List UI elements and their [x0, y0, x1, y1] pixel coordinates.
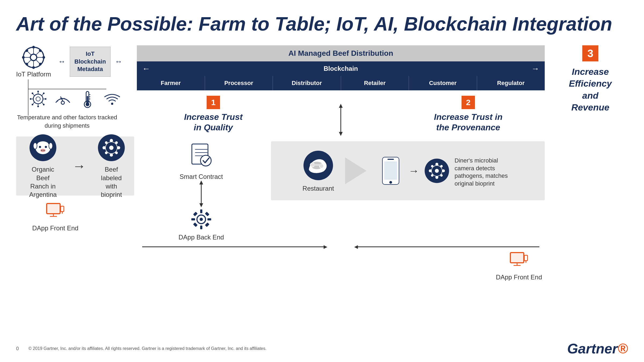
vertical-arrow-area	[334, 104, 347, 136]
scan-triangle	[345, 157, 367, 184]
left-gray-card: Organic Beef Ranch in Argentina →	[16, 136, 134, 195]
svg-point-106	[436, 163, 438, 166]
trust2-badge: 2	[462, 96, 475, 109]
svg-point-59	[110, 153, 113, 157]
svg-point-55	[49, 143, 53, 149]
dapp-arrows-row: ▶ ◀	[137, 246, 545, 247]
dapp-front-end-right-label: DApp Front End	[496, 274, 542, 281]
iot-arrow-right: ↔	[58, 57, 65, 66]
svg-point-5	[42, 56, 45, 59]
cow-icon	[28, 133, 58, 162]
svg-rect-98	[312, 164, 321, 166]
blockchain-columns: Farmer Processor Distributor Retailer Cu…	[137, 76, 545, 90]
ai-managed-bar: AI Managed Beef Distribution	[137, 45, 545, 61]
svg-rect-87	[200, 226, 202, 229]
svg-point-31	[43, 104, 45, 105]
svg-point-7	[39, 63, 42, 65]
trust3-badge: 3	[582, 45, 598, 61]
svg-point-60	[103, 146, 106, 149]
svg-point-8	[39, 49, 42, 52]
trust-row: 1 Increase Trust in Quality	[137, 96, 545, 136]
svg-point-1	[30, 54, 37, 61]
svg-line-16	[36, 52, 39, 55]
svg-point-58	[110, 139, 113, 142]
trust2-title: Increase Trust in the Provenance	[434, 112, 503, 132]
blockchain-arrow-left: ←	[142, 64, 150, 73]
trust-block-1: 1 Increase Trust in Quality	[170, 96, 256, 132]
svg-rect-116	[510, 253, 524, 263]
svg-point-65	[115, 152, 118, 154]
vertical-double-arrow	[334, 104, 347, 136]
svg-point-66	[109, 146, 114, 150]
svg-point-41	[86, 102, 89, 106]
restaurant-card-item: Restaurant	[302, 149, 334, 193]
svg-point-3	[32, 66, 35, 69]
svg-rect-68	[47, 204, 60, 214]
svg-rect-71	[61, 206, 64, 212]
bc-col-retailer: Retailer	[341, 76, 409, 90]
sensors-label: Temperature and other factors tracked du…	[16, 113, 118, 130]
svg-point-62	[105, 141, 108, 144]
svg-point-9	[25, 63, 28, 65]
svg-point-52	[41, 150, 42, 151]
svg-point-112	[431, 174, 433, 177]
trust1-title: Increase Trust in Quality	[184, 112, 243, 132]
restaurant-label: Restaurant	[302, 184, 334, 193]
blockchain-bar: ← Blockchain →	[137, 61, 545, 76]
bioprint-card-item: Beef labeled with bioprint	[97, 133, 126, 199]
svg-point-2	[32, 46, 35, 49]
svg-line-14	[28, 52, 31, 55]
svg-point-33	[32, 104, 33, 105]
bioprint-icon	[97, 133, 126, 162]
footer: 0 © 2019 Gartner, Inc. and/or its affili…	[16, 341, 628, 357]
bacteria-sensor-icon	[28, 89, 48, 109]
bc-col-regulator: Regulator	[477, 76, 545, 90]
right-sidebar: 3 Increase Efficiency and Revenue	[553, 45, 628, 113]
right-gray-card: Restaurant →	[271, 141, 545, 200]
svg-marker-82	[199, 180, 203, 184]
steak-icon	[302, 149, 334, 182]
svg-point-64	[105, 152, 108, 154]
blockchain-arrow-right: →	[531, 64, 539, 73]
svg-point-107	[436, 176, 438, 179]
svg-point-114	[435, 169, 439, 173]
svg-rect-90	[193, 212, 198, 216]
svg-point-109	[442, 169, 445, 172]
microbial-desc: Diner's microbial camera detects pathoge…	[455, 157, 514, 187]
dapp-arrow-right-indicator: ▶	[324, 244, 327, 250]
bc-col-processor: Processor	[205, 76, 273, 90]
svg-rect-88	[191, 218, 195, 220]
svg-rect-119	[524, 255, 528, 261]
svg-point-63	[115, 141, 118, 144]
svg-point-35	[32, 93, 33, 94]
svg-point-61	[117, 146, 120, 149]
iot-section: IoT Platform ↔ IoT Blockchain Metadata ↔	[16, 45, 129, 232]
svg-point-29	[43, 93, 45, 94]
svg-point-50	[45, 146, 47, 148]
bioprint-card-label: Beef labeled with bioprint	[97, 165, 126, 199]
svg-point-110	[431, 165, 433, 167]
sensors-row	[16, 89, 122, 109]
dapp-front-end-left: DApp Front End	[32, 201, 78, 232]
svg-line-25	[33, 102, 34, 104]
svg-line-15	[36, 60, 39, 63]
dapp-back-icon	[189, 207, 213, 231]
card-arrow-right: →	[72, 158, 86, 174]
svg-rect-92	[193, 223, 198, 227]
footer-left: 0 © 2019 Gartner, Inc. and/or its affili…	[16, 346, 266, 352]
dapp-left-arrow-line: ▶	[142, 246, 325, 247]
svg-point-108	[429, 169, 432, 172]
svg-point-32	[37, 106, 39, 107]
svg-point-80	[200, 155, 211, 166]
dapp-back-end-label: DApp Back End	[178, 234, 224, 241]
svg-point-45	[111, 103, 113, 105]
smart-contract-label: Smart Contract	[180, 173, 223, 180]
wifi-sensor-icon	[103, 89, 122, 109]
cow-card-item: Organic Beef Ranch in Argentina	[24, 133, 62, 199]
svg-line-23	[42, 102, 43, 104]
svg-point-36	[61, 101, 64, 104]
main-page: Art of the Possible: Farm to Table; IoT,…	[0, 0, 644, 362]
bc-col-farmer: Farmer	[137, 76, 205, 90]
svg-point-85	[200, 218, 203, 221]
svg-point-4	[22, 56, 25, 59]
